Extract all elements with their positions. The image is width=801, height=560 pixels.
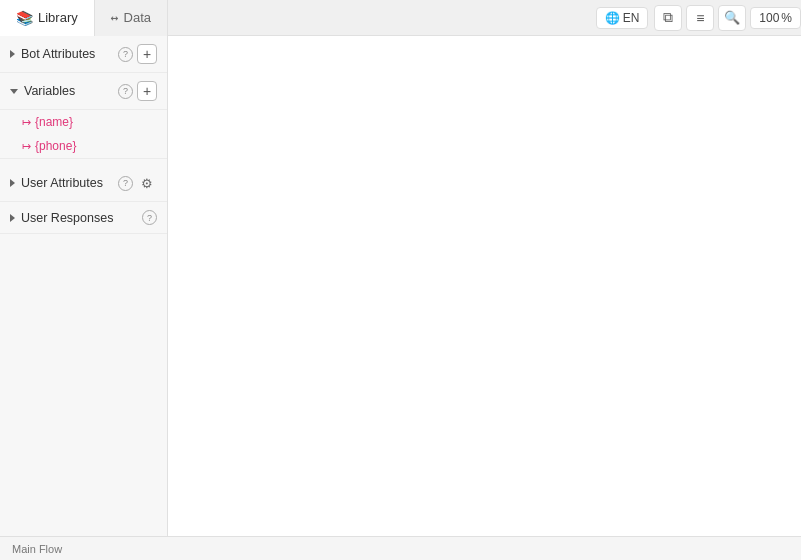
variables-label: Variables — [24, 84, 114, 98]
variable-name-item[interactable]: ↦ {name} — [0, 110, 167, 134]
data-icon: ↔ — [111, 10, 119, 25]
copy-button[interactable]: ⧉ — [654, 5, 682, 31]
user-responses-chevron-icon — [10, 214, 15, 222]
user-attributes-section[interactable]: User Attributes ? ⚙ — [0, 165, 167, 202]
user-attributes-chevron-icon — [10, 179, 15, 187]
bottom-bar: Main Flow — [0, 536, 801, 560]
tab-data[interactable]: ↔ Data — [95, 0, 168, 36]
tab-data-label: Data — [124, 10, 151, 25]
variable-name-label: {name} — [35, 115, 73, 129]
bot-attributes-section[interactable]: Bot Attributes ? + — [0, 36, 167, 73]
globe-icon: 🌐 — [605, 11, 620, 25]
variables-header[interactable]: Variables ? + — [0, 73, 167, 110]
variable-phone-arrow-icon: ↦ — [22, 140, 31, 153]
language-button[interactable]: 🌐 EN — [596, 7, 649, 29]
bot-attributes-help-icon[interactable]: ? — [118, 47, 133, 62]
main-flow-label: Main Flow — [12, 543, 62, 555]
zoom-in-button[interactable]: 🔍 — [718, 5, 746, 31]
user-attributes-gear-button[interactable]: ⚙ — [137, 173, 157, 193]
variable-arrow-icon: ↦ — [22, 116, 31, 129]
variable-phone-item[interactable]: ↦ {phone} — [0, 134, 167, 158]
tab-library[interactable]: 📚 Library — [0, 0, 95, 36]
variables-help-icon[interactable]: ? — [118, 84, 133, 99]
variable-phone-label: {phone} — [35, 139, 76, 153]
zoom-level-label: 100 — [759, 11, 779, 25]
header-row: 📚 Library ↔ Data 🌐 EN ⧉ ≡ 🔍 100% — [0, 0, 801, 36]
main-layout: Bot Attributes ? + Variables ? + ↦ {name… — [0, 36, 801, 536]
user-responses-help-icon[interactable]: ? — [142, 210, 157, 225]
sidebar: Bot Attributes ? + Variables ? + ↦ {name… — [0, 36, 168, 536]
variables-chevron-icon — [10, 89, 18, 94]
copy-icon: ⧉ — [663, 9, 673, 26]
user-responses-section[interactable]: User Responses ? — [0, 202, 167, 234]
canvas-area — [168, 36, 801, 536]
user-attributes-label: User Attributes — [21, 176, 114, 190]
tab-library-label: Library — [38, 10, 78, 25]
bot-attributes-chevron-icon — [10, 50, 15, 58]
zoom-icon: 🔍 — [724, 10, 740, 25]
zoom-level-display[interactable]: 100% — [750, 7, 801, 29]
list-button[interactable]: ≡ — [686, 5, 714, 31]
list-icon: ≡ — [696, 10, 704, 26]
user-attributes-help-icon[interactable]: ? — [118, 176, 133, 191]
bot-attributes-add-button[interactable]: + — [137, 44, 157, 64]
language-label: EN — [623, 11, 640, 25]
user-responses-label: User Responses — [21, 211, 138, 225]
bot-attributes-label: Bot Attributes — [21, 47, 114, 61]
variables-section: Variables ? + ↦ {name} ↦ {phone} — [0, 73, 167, 159]
library-icon: 📚 — [16, 10, 33, 26]
variables-add-button[interactable]: + — [137, 81, 157, 101]
